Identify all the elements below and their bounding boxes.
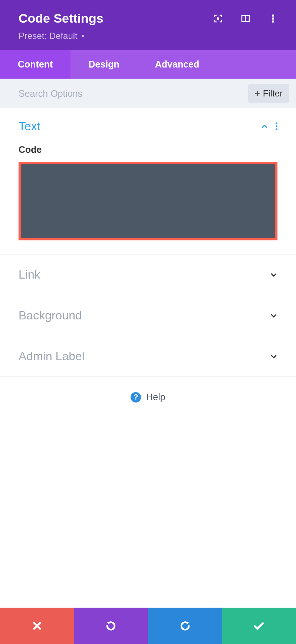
svg-rect-0 xyxy=(217,17,219,20)
more-icon[interactable] xyxy=(269,14,277,23)
section-link-title: Link xyxy=(19,268,40,282)
expand-icon[interactable] xyxy=(214,14,223,23)
chevron-down-icon xyxy=(270,353,277,360)
section-link[interactable]: Link xyxy=(0,254,296,295)
chevron-down-icon xyxy=(270,312,277,319)
svg-point-4 xyxy=(272,17,274,20)
section-background[interactable]: Background xyxy=(0,295,296,336)
undo-button[interactable] xyxy=(74,608,148,644)
search-row: + Filter xyxy=(0,79,296,108)
close-icon xyxy=(32,621,42,631)
section-text-header[interactable]: Text xyxy=(0,108,296,144)
check-icon xyxy=(253,620,265,632)
svg-point-5 xyxy=(272,20,274,23)
help-icon: ? xyxy=(131,392,141,402)
chevron-up-icon[interactable] xyxy=(261,123,268,130)
help-button[interactable]: ? Help xyxy=(0,377,296,417)
redo-button[interactable] xyxy=(148,608,222,644)
section-text: Text Code xyxy=(0,108,296,254)
header: Code Settings xyxy=(0,0,296,50)
section-text-title: Text xyxy=(19,119,40,133)
section-more-icon[interactable] xyxy=(276,122,277,130)
section-text-controls xyxy=(261,122,277,130)
save-button[interactable] xyxy=(222,608,296,644)
code-field-highlight xyxy=(19,162,277,240)
code-label: Code xyxy=(19,144,277,155)
tabs: Content Design Advanced xyxy=(0,50,296,79)
header-top: Code Settings xyxy=(19,11,277,26)
filter-label: Filter xyxy=(263,88,283,99)
search-input[interactable] xyxy=(19,88,248,99)
panel-icon[interactable] xyxy=(241,14,250,23)
filter-button[interactable]: + Filter xyxy=(248,84,289,103)
section-background-title: Background xyxy=(19,309,82,322)
undo-icon xyxy=(105,620,116,631)
tab-content[interactable]: Content xyxy=(0,50,70,79)
svg-point-3 xyxy=(272,14,274,17)
tab-advanced[interactable]: Advanced xyxy=(137,50,217,79)
cancel-button[interactable] xyxy=(0,608,74,644)
caret-down-icon: ▼ xyxy=(80,33,86,39)
page-title: Code Settings xyxy=(19,11,103,26)
section-admin-label[interactable]: Admin Label xyxy=(0,336,296,377)
section-text-body: Code xyxy=(0,144,296,254)
help-label: Help xyxy=(146,392,165,402)
section-admin-label-title: Admin Label xyxy=(19,349,85,363)
header-icons xyxy=(214,14,277,23)
plus-icon: + xyxy=(255,88,260,99)
preset-selector[interactable]: Preset: Default ▼ xyxy=(19,31,277,41)
footer xyxy=(0,608,296,644)
redo-icon xyxy=(180,620,191,631)
tab-design[interactable]: Design xyxy=(70,50,137,79)
preset-label: Preset: Default xyxy=(19,31,78,41)
chevron-down-icon xyxy=(270,271,277,279)
code-textarea[interactable] xyxy=(21,164,275,238)
